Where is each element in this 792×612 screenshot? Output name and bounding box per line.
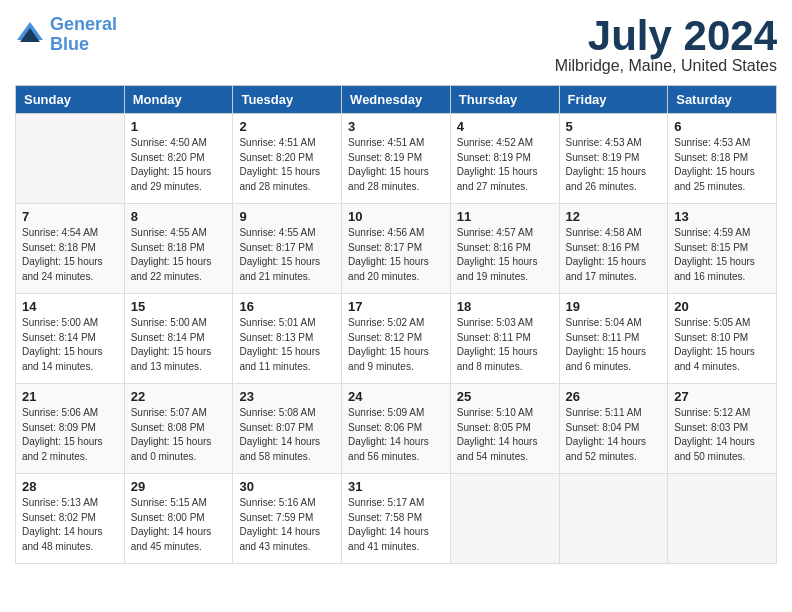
calendar-cell [16, 114, 125, 204]
calendar-cell: 19Sunrise: 5:04 AM Sunset: 8:11 PM Dayli… [559, 294, 668, 384]
weekday-header: Sunday [16, 86, 125, 114]
day-info: Sunrise: 4:51 AM Sunset: 8:20 PM Dayligh… [239, 136, 335, 194]
calendar-cell: 22Sunrise: 5:07 AM Sunset: 8:08 PM Dayli… [124, 384, 233, 474]
day-number: 6 [674, 119, 770, 134]
day-info: Sunrise: 5:06 AM Sunset: 8:09 PM Dayligh… [22, 406, 118, 464]
calendar-cell [559, 474, 668, 564]
day-info: Sunrise: 5:04 AM Sunset: 8:11 PM Dayligh… [566, 316, 662, 374]
day-number: 16 [239, 299, 335, 314]
day-info: Sunrise: 5:15 AM Sunset: 8:00 PM Dayligh… [131, 496, 227, 554]
day-info: Sunrise: 4:55 AM Sunset: 8:18 PM Dayligh… [131, 226, 227, 284]
day-info: Sunrise: 5:08 AM Sunset: 8:07 PM Dayligh… [239, 406, 335, 464]
calendar-cell: 12Sunrise: 4:58 AM Sunset: 8:16 PM Dayli… [559, 204, 668, 294]
location: Milbridge, Maine, United States [555, 57, 777, 75]
day-info: Sunrise: 5:16 AM Sunset: 7:59 PM Dayligh… [239, 496, 335, 554]
calendar-cell: 15Sunrise: 5:00 AM Sunset: 8:14 PM Dayli… [124, 294, 233, 384]
calendar-cell: 18Sunrise: 5:03 AM Sunset: 8:11 PM Dayli… [450, 294, 559, 384]
day-number: 25 [457, 389, 553, 404]
day-number: 10 [348, 209, 444, 224]
calendar-cell: 6Sunrise: 4:53 AM Sunset: 8:18 PM Daylig… [668, 114, 777, 204]
day-number: 18 [457, 299, 553, 314]
calendar-cell: 27Sunrise: 5:12 AM Sunset: 8:03 PM Dayli… [668, 384, 777, 474]
day-number: 11 [457, 209, 553, 224]
calendar-cell: 8Sunrise: 4:55 AM Sunset: 8:18 PM Daylig… [124, 204, 233, 294]
calendar-week-row: 28Sunrise: 5:13 AM Sunset: 8:02 PM Dayli… [16, 474, 777, 564]
calendar-cell: 11Sunrise: 4:57 AM Sunset: 8:16 PM Dayli… [450, 204, 559, 294]
weekday-header-row: SundayMondayTuesdayWednesdayThursdayFrid… [16, 86, 777, 114]
day-info: Sunrise: 4:53 AM Sunset: 8:18 PM Dayligh… [674, 136, 770, 194]
day-number: 12 [566, 209, 662, 224]
calendar-cell: 16Sunrise: 5:01 AM Sunset: 8:13 PM Dayli… [233, 294, 342, 384]
day-info: Sunrise: 5:00 AM Sunset: 8:14 PM Dayligh… [22, 316, 118, 374]
day-number: 23 [239, 389, 335, 404]
calendar-cell: 3Sunrise: 4:51 AM Sunset: 8:19 PM Daylig… [342, 114, 451, 204]
calendar-cell: 10Sunrise: 4:56 AM Sunset: 8:17 PM Dayli… [342, 204, 451, 294]
calendar-week-row: 21Sunrise: 5:06 AM Sunset: 8:09 PM Dayli… [16, 384, 777, 474]
day-number: 13 [674, 209, 770, 224]
day-number: 27 [674, 389, 770, 404]
calendar-cell: 24Sunrise: 5:09 AM Sunset: 8:06 PM Dayli… [342, 384, 451, 474]
day-info: Sunrise: 4:50 AM Sunset: 8:20 PM Dayligh… [131, 136, 227, 194]
calendar-cell: 4Sunrise: 4:52 AM Sunset: 8:19 PM Daylig… [450, 114, 559, 204]
logo: General Blue [15, 15, 117, 55]
day-info: Sunrise: 5:07 AM Sunset: 8:08 PM Dayligh… [131, 406, 227, 464]
day-number: 24 [348, 389, 444, 404]
day-info: Sunrise: 5:05 AM Sunset: 8:10 PM Dayligh… [674, 316, 770, 374]
day-info: Sunrise: 5:13 AM Sunset: 8:02 PM Dayligh… [22, 496, 118, 554]
day-number: 30 [239, 479, 335, 494]
title-block: July 2024 Milbridge, Maine, United State… [555, 15, 777, 75]
day-info: Sunrise: 4:51 AM Sunset: 8:19 PM Dayligh… [348, 136, 444, 194]
logo-icon [15, 20, 45, 50]
day-number: 22 [131, 389, 227, 404]
day-number: 20 [674, 299, 770, 314]
day-number: 9 [239, 209, 335, 224]
calendar-cell: 29Sunrise: 5:15 AM Sunset: 8:00 PM Dayli… [124, 474, 233, 564]
day-number: 8 [131, 209, 227, 224]
day-info: Sunrise: 4:56 AM Sunset: 8:17 PM Dayligh… [348, 226, 444, 284]
day-number: 2 [239, 119, 335, 134]
calendar-cell [668, 474, 777, 564]
calendar-cell: 13Sunrise: 4:59 AM Sunset: 8:15 PM Dayli… [668, 204, 777, 294]
calendar-cell: 28Sunrise: 5:13 AM Sunset: 8:02 PM Dayli… [16, 474, 125, 564]
day-info: Sunrise: 5:02 AM Sunset: 8:12 PM Dayligh… [348, 316, 444, 374]
calendar-cell: 23Sunrise: 5:08 AM Sunset: 8:07 PM Dayli… [233, 384, 342, 474]
calendar-cell: 26Sunrise: 5:11 AM Sunset: 8:04 PM Dayli… [559, 384, 668, 474]
calendar-week-row: 14Sunrise: 5:00 AM Sunset: 8:14 PM Dayli… [16, 294, 777, 384]
day-info: Sunrise: 4:57 AM Sunset: 8:16 PM Dayligh… [457, 226, 553, 284]
calendar-week-row: 7Sunrise: 4:54 AM Sunset: 8:18 PM Daylig… [16, 204, 777, 294]
day-number: 17 [348, 299, 444, 314]
weekday-header: Wednesday [342, 86, 451, 114]
day-info: Sunrise: 5:10 AM Sunset: 8:05 PM Dayligh… [457, 406, 553, 464]
logo-text: General Blue [50, 15, 117, 55]
day-number: 1 [131, 119, 227, 134]
weekday-header: Thursday [450, 86, 559, 114]
day-info: Sunrise: 5:00 AM Sunset: 8:14 PM Dayligh… [131, 316, 227, 374]
day-number: 29 [131, 479, 227, 494]
calendar-week-row: 1Sunrise: 4:50 AM Sunset: 8:20 PM Daylig… [16, 114, 777, 204]
calendar-cell: 14Sunrise: 5:00 AM Sunset: 8:14 PM Dayli… [16, 294, 125, 384]
day-number: 31 [348, 479, 444, 494]
weekday-header: Friday [559, 86, 668, 114]
calendar-cell [450, 474, 559, 564]
day-number: 4 [457, 119, 553, 134]
weekday-header: Saturday [668, 86, 777, 114]
day-info: Sunrise: 4:54 AM Sunset: 8:18 PM Dayligh… [22, 226, 118, 284]
calendar-cell: 9Sunrise: 4:55 AM Sunset: 8:17 PM Daylig… [233, 204, 342, 294]
day-info: Sunrise: 5:11 AM Sunset: 8:04 PM Dayligh… [566, 406, 662, 464]
day-number: 14 [22, 299, 118, 314]
calendar-cell: 31Sunrise: 5:17 AM Sunset: 7:58 PM Dayli… [342, 474, 451, 564]
day-info: Sunrise: 5:01 AM Sunset: 8:13 PM Dayligh… [239, 316, 335, 374]
day-number: 15 [131, 299, 227, 314]
weekday-header: Monday [124, 86, 233, 114]
day-number: 5 [566, 119, 662, 134]
day-info: Sunrise: 4:58 AM Sunset: 8:16 PM Dayligh… [566, 226, 662, 284]
day-info: Sunrise: 4:53 AM Sunset: 8:19 PM Dayligh… [566, 136, 662, 194]
calendar-cell: 2Sunrise: 4:51 AM Sunset: 8:20 PM Daylig… [233, 114, 342, 204]
calendar-cell: 30Sunrise: 5:16 AM Sunset: 7:59 PM Dayli… [233, 474, 342, 564]
calendar-cell: 1Sunrise: 4:50 AM Sunset: 8:20 PM Daylig… [124, 114, 233, 204]
calendar-cell: 21Sunrise: 5:06 AM Sunset: 8:09 PM Dayli… [16, 384, 125, 474]
day-number: 7 [22, 209, 118, 224]
weekday-header: Tuesday [233, 86, 342, 114]
calendar-cell: 25Sunrise: 5:10 AM Sunset: 8:05 PM Dayli… [450, 384, 559, 474]
day-number: 26 [566, 389, 662, 404]
